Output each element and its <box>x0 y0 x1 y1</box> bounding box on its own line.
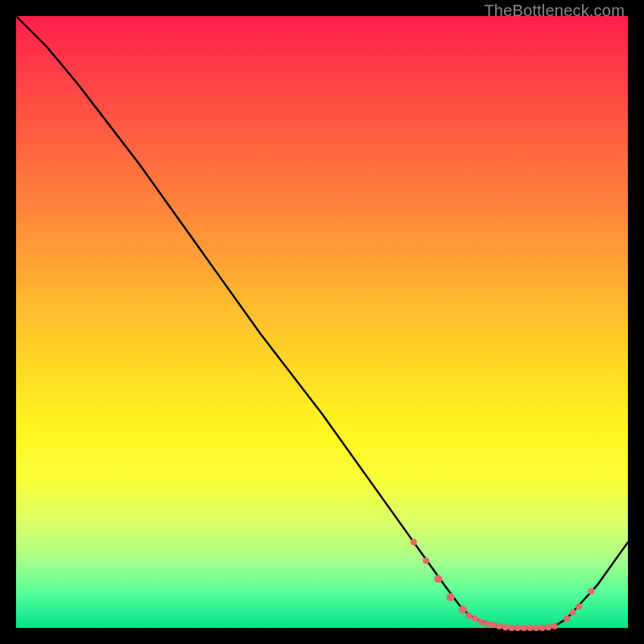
chart-svg <box>16 16 628 628</box>
curve-dot <box>539 625 546 631</box>
curve-dot <box>490 621 497 628</box>
chart-stage: TheBottleneck.com <box>0 0 644 644</box>
curve-dot <box>496 623 502 630</box>
curve-dot <box>459 605 467 613</box>
curve-dot <box>509 625 515 631</box>
curve-dot <box>502 624 509 630</box>
curve-dot <box>526 625 533 631</box>
curve-dot <box>588 588 594 594</box>
curve-dot <box>514 625 521 631</box>
curve-dot <box>521 625 527 631</box>
curve-dot <box>447 593 455 601</box>
curve-dot <box>465 613 472 619</box>
curve-dot <box>472 616 478 622</box>
curve-line <box>16 16 628 628</box>
curve-dot <box>533 625 539 631</box>
curve-dot <box>570 609 576 616</box>
curve-dot <box>551 623 558 630</box>
curve-dot <box>411 539 417 546</box>
curve-dots <box>411 539 594 631</box>
curve-dot <box>564 616 570 622</box>
plot-area <box>16 16 628 628</box>
curve-dot <box>423 557 429 564</box>
curve-dot <box>576 603 582 609</box>
curve-dot <box>478 618 485 625</box>
curve-dot <box>434 575 442 583</box>
curve-dot <box>545 624 551 630</box>
curve-dot <box>484 621 490 627</box>
